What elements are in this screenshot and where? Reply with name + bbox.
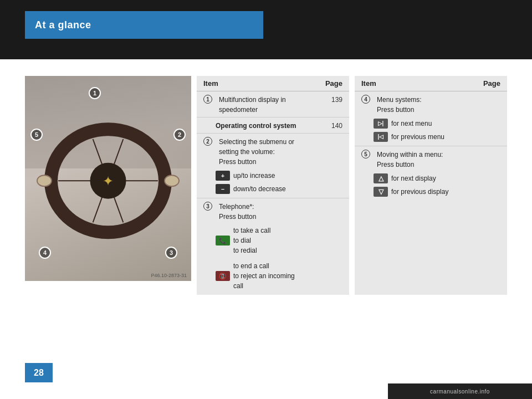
sub-item-plus: + up/to increase — [216, 169, 342, 182]
next-menu-label: for next menu — [391, 119, 432, 129]
item-text-3: Telephone*:Press button — [219, 202, 342, 222]
minus-label: down/to decrease — [233, 184, 286, 194]
table-row: 1 Multifunction display in speedometer 1… — [197, 91, 349, 117]
sub-item-next-menu: ▷| for next menu — [374, 117, 500, 130]
col-page-label: Page — [325, 79, 342, 88]
item-number-3: 3 — [203, 202, 212, 211]
sub-item-prev-display: ▽ for previous display — [374, 185, 500, 198]
item-text-2: Selecting the submenu orsetting the volu… — [219, 137, 342, 167]
num-circle-2: 2 — [173, 129, 186, 141]
phone-answer-label: to take a callto dialto redial — [233, 226, 270, 255]
item-text-1: Multifunction display in speedometer — [219, 95, 326, 115]
plus-icon: + — [216, 171, 230, 181]
main-content: ✦ 1 2 3 4 — [0, 59, 532, 311]
item-number-5: 5 — [361, 150, 370, 158]
num-circle-4: 4 — [39, 247, 51, 259]
watermark-text: carmanualsonline.info — [430, 388, 490, 395]
prev-display-label: for previous display — [391, 187, 448, 197]
prev-display-icon: ▽ — [374, 187, 388, 197]
sub-item-minus: – down/to decrease — [216, 182, 342, 196]
prev-menu-icon: |◁ — [374, 132, 388, 142]
next-display-label: for next display — [391, 173, 436, 183]
item-number-4: 4 — [361, 95, 370, 104]
page-number: 28 — [34, 368, 44, 378]
item-number-1: 1 — [203, 95, 212, 104]
table-right: Item Page 4 Menu systems:Press button ▷|… — [355, 76, 507, 295]
header-section: At a glance — [0, 0, 532, 59]
col-page-label-right: Page — [483, 79, 500, 88]
steering-wheel-image: ✦ 1 2 3 4 — [25, 76, 191, 281]
sub-item-phone-answer: 📞 to take a callto dialto redial — [216, 224, 342, 257]
num-circle-5: 5 — [30, 129, 43, 141]
table-row: 5 Moving within a menu:Press button △ fo… — [355, 146, 507, 201]
page-title: At a glance — [35, 19, 91, 31]
item-text-5: Moving within a menu:Press button — [377, 150, 500, 170]
num-circle-3: 3 — [165, 247, 177, 259]
col-item-label-right: Item — [361, 79, 376, 88]
sub-item-next-display: △ for next display — [374, 172, 500, 185]
item-page-1: 139 — [326, 95, 342, 105]
page: At a glance ✦ — [0, 0, 532, 399]
table-left: Item Page 1 Multifunction display in spe… — [197, 76, 349, 295]
num-circle-1: 1 — [89, 87, 101, 99]
next-display-icon: △ — [374, 173, 388, 183]
table-row: 2 Selecting the submenu orsetting the vo… — [197, 134, 349, 198]
operating-control-system-label: Operating control system — [216, 121, 326, 131]
plus-label: up/to increase — [233, 171, 275, 181]
item-text-4: Menu systems:Press button — [377, 95, 500, 115]
table-left-header: Item Page — [197, 76, 349, 91]
sub-item-prev-menu: |◁ for previous menu — [374, 130, 500, 144]
sub-item-phone-end: 📵 to end a callto reject an incomingcall — [216, 259, 342, 293]
table-row: 4 Menu systems:Press button ▷| for next … — [355, 91, 507, 146]
col-item-label: Item — [203, 79, 218, 88]
phone-end-icon: 📵 — [216, 271, 230, 281]
phone-end-label: to end a callto reject an incomingcall — [233, 261, 295, 291]
prev-menu-label: for previous menu — [391, 132, 444, 142]
item-number-2: 2 — [203, 137, 212, 146]
table-row: Operating control system 140 — [197, 117, 349, 134]
steering-wheel-area: ✦ 1 2 3 4 — [25, 76, 191, 281]
header-blue-box: At a glance — [25, 11, 263, 39]
table-right-header: Item Page — [355, 76, 507, 91]
watermark: carmanualsonline.info — [388, 383, 532, 399]
item-page-ocs: 140 — [326, 121, 342, 131]
table-row: 3 Telephone*:Press button 📞 to take a ca… — [197, 198, 349, 295]
tables-area: Item Page 1 Multifunction display in spe… — [197, 76, 507, 295]
page-number-box: 28 — [25, 363, 53, 382]
phone-answer-icon: 📞 — [216, 236, 230, 245]
minus-icon: – — [216, 184, 230, 194]
photo-reference: P46.10-2873-31 — [151, 273, 187, 278]
next-menu-icon: ▷| — [374, 119, 388, 129]
